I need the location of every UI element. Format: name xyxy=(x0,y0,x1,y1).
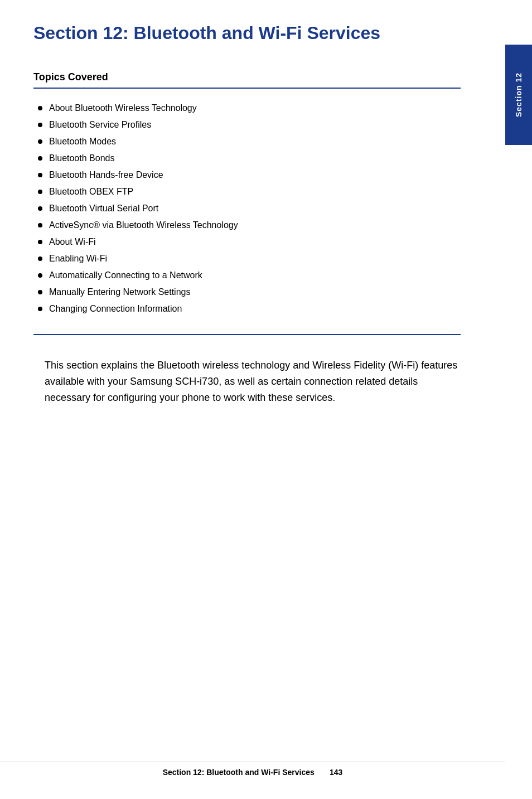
bullet-icon xyxy=(38,139,42,144)
topics-divider-bottom xyxy=(33,334,461,335)
list-item-text: Enabling Wi-Fi xyxy=(49,254,107,264)
list-item-text: ActiveSync® via Bluetooth Wireless Techn… xyxy=(49,220,238,230)
list-item-text: Bluetooth Modes xyxy=(49,137,116,147)
topics-list: About Bluetooth Wireless TechnologyBluet… xyxy=(33,100,461,317)
body-text: This section explains the Bluetooth wire… xyxy=(45,357,461,405)
bullet-icon xyxy=(38,240,42,244)
list-item-text: Changing Connection Information xyxy=(49,304,182,314)
footer-text: Section 12: Bluetooth and Wi-Fi Services xyxy=(163,768,315,777)
list-item: Automatically Connecting to a Network xyxy=(33,267,461,284)
bullet-icon xyxy=(38,290,42,294)
list-item-text: Bluetooth OBEX FTP xyxy=(49,187,133,197)
list-item: Bluetooth OBEX FTP xyxy=(33,183,461,200)
list-item: Bluetooth Modes xyxy=(33,133,461,150)
list-item: Manually Entering Network Settings xyxy=(33,284,461,301)
bullet-icon xyxy=(38,206,42,211)
list-item: Bluetooth Bonds xyxy=(33,150,461,167)
list-item-text: Bluetooth Bonds xyxy=(49,153,114,163)
list-item: Bluetooth Service Profiles xyxy=(33,117,461,133)
list-item: Changing Connection Information xyxy=(33,301,461,317)
main-content: Section 12: Bluetooth and Wi-Fi Services… xyxy=(0,0,505,473)
topics-covered-heading: Topics Covered xyxy=(33,71,461,83)
bullet-icon xyxy=(38,173,42,177)
bullet-icon xyxy=(38,123,42,127)
list-item: Bluetooth Hands-free Device xyxy=(33,167,461,183)
list-item-text: About Bluetooth Wireless Technology xyxy=(49,103,197,113)
bullet-icon xyxy=(38,273,42,278)
list-item-text: Automatically Connecting to a Network xyxy=(49,270,202,280)
list-item-text: Manually Entering Network Settings xyxy=(49,287,190,297)
bullet-icon xyxy=(38,156,42,161)
list-item-text: Bluetooth Service Profiles xyxy=(49,120,151,130)
section-tab-label: Section 12 xyxy=(514,72,523,117)
list-item: About Wi-Fi xyxy=(33,234,461,250)
list-item-text: About Wi-Fi xyxy=(49,237,96,247)
page-footer: Section 12: Bluetooth and Wi-Fi Services… xyxy=(0,762,505,777)
page-number: 143 xyxy=(330,768,342,777)
section-tab: Section 12 xyxy=(505,45,532,145)
bullet-icon xyxy=(38,106,42,110)
topics-divider-top xyxy=(33,88,461,89)
page-container: Section 12 Section 12: Bluetooth and Wi-… xyxy=(0,0,532,799)
list-item: ActiveSync® via Bluetooth Wireless Techn… xyxy=(33,217,461,234)
bullet-icon xyxy=(38,307,42,311)
bullet-icon xyxy=(38,256,42,261)
list-item: Bluetooth Virtual Serial Port xyxy=(33,200,461,217)
section-title: Section 12: Bluetooth and Wi-Fi Services xyxy=(33,22,461,43)
bullet-icon xyxy=(38,223,42,227)
bullet-icon xyxy=(38,190,42,194)
list-item: About Bluetooth Wireless Technology xyxy=(33,100,461,117)
list-item-text: Bluetooth Hands-free Device xyxy=(49,170,163,180)
list-item: Enabling Wi-Fi xyxy=(33,250,461,267)
list-item-text: Bluetooth Virtual Serial Port xyxy=(49,204,158,214)
